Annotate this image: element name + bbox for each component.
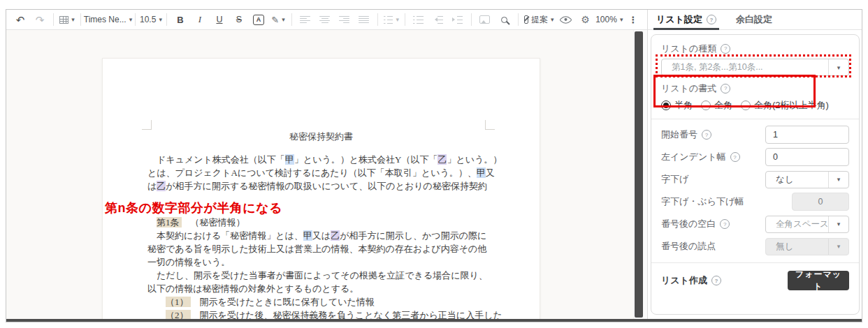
settings-button[interactable]: ⚙ bbox=[576, 11, 595, 28]
radio-zenkaku-2digit[interactable] bbox=[741, 100, 751, 110]
document-page[interactable]: 秘密保持契約書 ドキュメント株式会社（以下「甲」という。）と株式会社Y（以下「乙… bbox=[102, 58, 540, 319]
format-button[interactable]: フォーマット bbox=[788, 271, 849, 290]
more-menu-button[interactable]: ⋮ bbox=[623, 11, 643, 28]
suggest-mode-label: 提案 bbox=[531, 14, 548, 26]
outdent-button[interactable] bbox=[428, 11, 448, 28]
char-style-button[interactable]: A bbox=[249, 11, 268, 28]
toolbar-separator bbox=[135, 13, 136, 26]
font-family-select[interactable]: Times Ne... bbox=[85, 11, 131, 28]
space-after-label: 番号後の空白 bbox=[661, 218, 716, 230]
align-right-icon bbox=[339, 16, 349, 24]
list-create-label-row: リスト作成? bbox=[661, 276, 721, 286]
numbered-list-icon bbox=[384, 16, 393, 24]
space-after-label-row: 番号後の空白? bbox=[661, 219, 730, 230]
space-after-select[interactable]: 全角スペース ▾ bbox=[765, 216, 849, 233]
tab-list-settings[interactable]: リスト設定 ? bbox=[655, 10, 718, 30]
search-button[interactable] bbox=[495, 11, 514, 28]
start-number-label-row: 開始番号? bbox=[661, 130, 711, 140]
annotation-text: 第n条の数字部分が半角になる bbox=[105, 200, 282, 216]
document-text-line: は乙が相手方に開示する秘密情報の取扱いについて、以下のとおりの秘密保持契約 bbox=[147, 179, 540, 193]
bullet-list-icon bbox=[413, 16, 424, 24]
jisage-label: 字下げ bbox=[661, 174, 688, 185]
undo-icon: ↶ bbox=[16, 15, 25, 25]
document-text-line: 本契約における「秘密情報」とは、甲又は乙が相手方に開示し、かつ開示の際に bbox=[147, 229, 540, 242]
toolbar: ↶ ↷ Times Ne... 10.5 B I U S A ✎ bbox=[6, 10, 647, 30]
zoom-select[interactable]: 100% bbox=[595, 11, 623, 28]
bullet-list-button[interactable] bbox=[409, 11, 428, 28]
comma-after-row: 番号後の読点 無し ▾ bbox=[661, 237, 849, 255]
start-number-input[interactable] bbox=[765, 126, 849, 144]
table-icon bbox=[59, 16, 68, 24]
undo-button[interactable]: ↶ bbox=[10, 11, 30, 28]
document-text-line: 一切の情報をいう。 bbox=[147, 255, 540, 269]
align-justify-button[interactable] bbox=[354, 11, 374, 28]
numbered-list-button[interactable] bbox=[382, 11, 401, 28]
search-icon bbox=[501, 17, 507, 23]
document-canvas[interactable]: 秘密保持契約書 ドキュメント株式会社（以下「甲」という。）と株式会社Y（以下「乙… bbox=[6, 30, 647, 319]
align-left-button[interactable] bbox=[296, 11, 315, 28]
jisage-width-label: 字下げ・ぶら下げ幅 bbox=[661, 197, 744, 207]
strikethrough-button[interactable]: S bbox=[229, 11, 249, 28]
scrollbar-thumb[interactable] bbox=[635, 31, 643, 318]
strikethrough-icon: S bbox=[236, 15, 242, 24]
insert-image-button[interactable] bbox=[475, 11, 495, 28]
jisage-select[interactable]: なし ▾ bbox=[765, 171, 849, 188]
edit-square-icon bbox=[524, 15, 528, 24]
list-format-radio-group: 半角 全角 全角(2桁以上半角) bbox=[661, 99, 849, 112]
chevron-down-icon: ▾ bbox=[828, 172, 848, 188]
radio-zenkaku-label: 全角 bbox=[714, 99, 732, 112]
left-indent-label-row: 左インデント幅? bbox=[661, 152, 740, 163]
help-icon[interactable]: ? bbox=[721, 44, 730, 54]
comma-after-value: 無し bbox=[766, 239, 828, 255]
left-indent-input[interactable] bbox=[765, 148, 849, 166]
margin-corner-mark-left bbox=[142, 120, 152, 130]
gear-icon: ⚙ bbox=[581, 15, 590, 24]
help-icon[interactable]: ? bbox=[702, 130, 711, 140]
italic-button[interactable]: I bbox=[190, 11, 210, 28]
outdent-icon bbox=[433, 16, 443, 24]
app-screen: ↶ ↷ Times Ne... 10.5 B I U S A ✎ bbox=[0, 0, 868, 328]
toolbar-separator bbox=[53, 13, 54, 26]
underline-button[interactable]: U bbox=[210, 11, 229, 28]
align-left-icon bbox=[300, 16, 310, 24]
radio-hankaku-label: 半角 bbox=[674, 99, 693, 112]
document-text-line: とは、プロジェクトAについて検討するにあたり（以下「本取引」という。）、甲又 bbox=[147, 166, 540, 179]
list-type-section: リストの種類 ? 第1条, 第2条...第10条... ▾ リストの書式 ? 半… bbox=[651, 35, 859, 119]
suggest-mode-button[interactable]: 提案 bbox=[522, 11, 556, 28]
align-center-icon bbox=[319, 16, 330, 24]
radio-hankaku[interactable] bbox=[661, 100, 671, 110]
text-color-button[interactable]: ✎ bbox=[268, 11, 288, 28]
list-create-label: リスト作成 bbox=[661, 274, 707, 287]
jisage-value: なし bbox=[766, 172, 828, 188]
list-format-label-row: リストの書式 ? bbox=[661, 83, 849, 94]
kebab-menu-icon: ⋮ bbox=[629, 15, 638, 24]
help-icon[interactable]: ? bbox=[730, 152, 740, 162]
jisage-row: 字下げ なし ▾ bbox=[661, 170, 849, 188]
redo-button[interactable]: ↷ bbox=[30, 11, 50, 28]
bold-button[interactable]: B bbox=[171, 11, 190, 28]
insert-table-button[interactable] bbox=[57, 11, 77, 28]
help-icon[interactable]: ? bbox=[707, 15, 716, 24]
list-type-select[interactable]: 第1条, 第2条...第10条... ▾ bbox=[661, 59, 849, 76]
preview-button[interactable] bbox=[556, 11, 576, 28]
document-text-line: （2） 開示を受けた後、秘密保持義務を負うことなく第三者から正当に入手した bbox=[147, 308, 540, 319]
list-type-label: リストの種類 bbox=[661, 43, 716, 55]
jisage-width-row: 字下げ・ぶら下げ幅 bbox=[661, 193, 849, 211]
sidebar-tabs: リスト設定 ? 余白設定 bbox=[648, 10, 862, 30]
document-text-line: ただし、開示を受けた当事者が書面によってその根拠を立証できる場合に限り、 bbox=[147, 269, 540, 282]
help-icon[interactable]: ? bbox=[711, 276, 721, 285]
left-indent-label: 左インデント幅 bbox=[661, 151, 726, 163]
tab-margin-settings[interactable]: 余白設定 bbox=[735, 10, 774, 30]
chevron-down-icon: ▾ bbox=[828, 239, 848, 255]
font-size-select[interactable]: 10.5 bbox=[139, 11, 163, 28]
indent-button[interactable] bbox=[448, 11, 468, 28]
list-type-label-row: リストの種類 ? bbox=[661, 43, 849, 54]
radio-zenkaku[interactable] bbox=[701, 100, 711, 110]
align-center-button[interactable] bbox=[315, 11, 335, 28]
help-icon[interactable]: ? bbox=[720, 219, 730, 229]
align-right-button[interactable] bbox=[335, 11, 354, 28]
bottom-edge-strip bbox=[6, 319, 862, 322]
italic-icon: I bbox=[198, 14, 201, 25]
document-text-line: （1） 開示を受けたときに既に保有していた情報 bbox=[147, 295, 540, 308]
help-icon[interactable]: ? bbox=[721, 84, 730, 94]
